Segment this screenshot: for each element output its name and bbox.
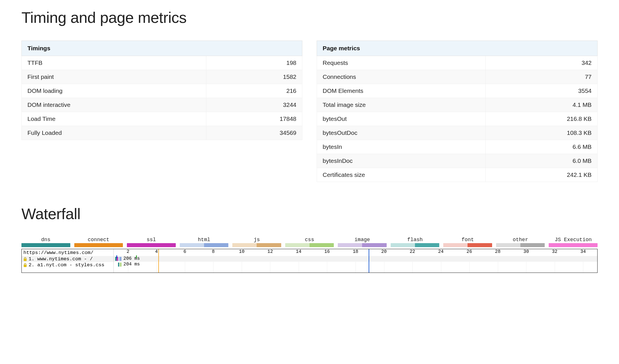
legend-swatch bbox=[180, 243, 229, 247]
metric-value: 242.1 KB bbox=[485, 168, 597, 182]
page-title: Timing and page metrics bbox=[21, 9, 598, 26]
waterfall-timeline: 246810121416182022242628303234 206 ms204… bbox=[114, 249, 597, 273]
waterfall-tick: 26 bbox=[455, 249, 484, 256]
waterfall-tick: 18 bbox=[341, 249, 370, 256]
waterfall-request-row[interactable]: 206 ms bbox=[114, 256, 597, 262]
waterfall-bar-ms: 206 ms bbox=[123, 256, 140, 261]
legend-swatch bbox=[391, 243, 440, 247]
timing-value: 216 bbox=[206, 84, 302, 98]
waterfall-tick: 4 bbox=[142, 249, 171, 256]
metric-label: bytesInDoc bbox=[317, 154, 486, 168]
timing-value: 3244 bbox=[206, 98, 302, 112]
table-row: TTFB198 bbox=[22, 56, 302, 70]
waterfall-tick: 32 bbox=[540, 249, 569, 256]
metric-value: 342 bbox=[485, 56, 597, 70]
lock-icon bbox=[23, 257, 27, 261]
timing-value: 1582 bbox=[206, 70, 302, 84]
legend-item-dns: dns bbox=[21, 237, 70, 247]
metric-value: 3554 bbox=[485, 84, 597, 98]
timing-value: 198 bbox=[206, 56, 302, 70]
metric-label: bytesIn bbox=[317, 140, 486, 154]
metric-value: 6.6 MB bbox=[485, 140, 597, 154]
waterfall-title: Waterfall bbox=[21, 205, 598, 223]
legend-item-html: html bbox=[180, 237, 229, 247]
table-row: DOM loading216 bbox=[22, 84, 302, 98]
metric-value: 4.1 MB bbox=[485, 98, 597, 112]
waterfall-chart[interactable]: https://www.nytimes.com/ 1. www.nytimes.… bbox=[21, 249, 598, 273]
legend-label: js bbox=[232, 237, 281, 243]
metric-label: bytesOutDoc bbox=[317, 126, 486, 140]
waterfall-tick: 20 bbox=[370, 249, 398, 256]
table-row: Connections77 bbox=[317, 70, 598, 84]
legend-swatch bbox=[285, 243, 334, 247]
waterfall-tick: 2 bbox=[114, 249, 142, 256]
waterfall-request-label[interactable]: 2. a1.nyt.com - styles.css bbox=[22, 262, 113, 268]
waterfall-tick: 34 bbox=[569, 249, 598, 256]
waterfall-legend: dns connect ssl html js css image flash … bbox=[21, 237, 598, 247]
waterfall-small-tick-blue bbox=[116, 255, 117, 258]
legend-label: ssl bbox=[127, 237, 176, 243]
metric-label: Certificates size bbox=[317, 168, 486, 182]
legend-item-js-execution: JS Execution bbox=[549, 237, 598, 247]
legend-swatch bbox=[549, 243, 598, 247]
legend-item-font: font bbox=[443, 237, 492, 247]
waterfall-request-row[interactable]: 204 ms bbox=[114, 262, 597, 267]
table-row: First paint1582 bbox=[22, 70, 302, 84]
metric-label: Requests bbox=[317, 56, 486, 70]
legend-label: html bbox=[180, 237, 229, 243]
metric-value: 216.8 KB bbox=[485, 112, 597, 126]
waterfall-tick: 30 bbox=[512, 249, 540, 256]
table-row: bytesInDoc6.0 MB bbox=[317, 154, 598, 168]
waterfall-tick: 22 bbox=[398, 249, 427, 256]
timing-value: 34569 bbox=[206, 126, 302, 140]
timing-label: DOM interactive bbox=[22, 98, 206, 112]
metric-label: DOM Elements bbox=[317, 84, 486, 98]
table-row: DOM Elements3554 bbox=[317, 84, 598, 98]
table-row: Fully Loaded34569 bbox=[22, 126, 302, 140]
timings-table: Timings TTFB198First paint1582DOM loadin… bbox=[21, 41, 302, 140]
waterfall-tick: 8 bbox=[199, 249, 228, 256]
waterfall-request-text: 2. a1.nyt.com - styles.css bbox=[29, 262, 104, 268]
metric-label: Total image size bbox=[317, 98, 486, 112]
legend-item-js: js bbox=[232, 237, 281, 247]
legend-label: css bbox=[285, 237, 334, 243]
waterfall-url: https://www.nytimes.com/ bbox=[22, 249, 113, 256]
waterfall-tick: 6 bbox=[171, 249, 199, 256]
legend-swatch bbox=[338, 243, 387, 247]
metric-label: Connections bbox=[317, 70, 486, 84]
waterfall-tick: 10 bbox=[227, 249, 256, 256]
waterfall-small-tick-green bbox=[136, 255, 137, 258]
metric-value: 108.3 KB bbox=[485, 126, 597, 140]
waterfall-ticks: 246810121416182022242628303234 bbox=[114, 249, 597, 256]
legend-item-css: css bbox=[285, 237, 334, 247]
legend-swatch bbox=[127, 243, 176, 247]
table-row: bytesIn6.6 MB bbox=[317, 140, 598, 154]
timing-label: TTFB bbox=[22, 56, 206, 70]
legend-item-image: image bbox=[338, 237, 387, 247]
waterfall-bar bbox=[118, 257, 121, 261]
metric-label: bytesOut bbox=[317, 112, 486, 126]
legend-swatch bbox=[74, 243, 123, 247]
legend-label: other bbox=[496, 237, 545, 243]
timings-table-wrap: Timings TTFB198First paint1582DOM loadin… bbox=[21, 41, 302, 182]
timing-label: Fully Loaded bbox=[22, 126, 206, 140]
table-row: Total image size4.1 MB bbox=[317, 98, 598, 112]
waterfall-request-text: 1. www.nytimes.com - / bbox=[29, 256, 93, 262]
timings-header: Timings bbox=[22, 41, 302, 56]
timing-label: Load Time bbox=[22, 112, 206, 126]
table-row: Requests342 bbox=[317, 56, 598, 70]
legend-label: connect bbox=[74, 237, 123, 243]
legend-label: dns bbox=[21, 237, 70, 243]
waterfall-request-label[interactable]: 1. www.nytimes.com - / bbox=[22, 256, 113, 262]
waterfall-bar bbox=[119, 263, 121, 267]
lock-icon bbox=[23, 263, 27, 267]
legend-swatch bbox=[443, 243, 492, 247]
svg-rect-0 bbox=[24, 259, 27, 261]
legend-swatch bbox=[496, 243, 545, 247]
waterfall-bar-ms: 204 ms bbox=[123, 262, 140, 267]
legend-label: JS Execution bbox=[549, 237, 598, 243]
legend-swatch bbox=[232, 243, 281, 247]
waterfall-tick: 24 bbox=[427, 249, 455, 256]
legend-label: image bbox=[338, 237, 387, 243]
waterfall-marker-orange bbox=[158, 249, 159, 273]
